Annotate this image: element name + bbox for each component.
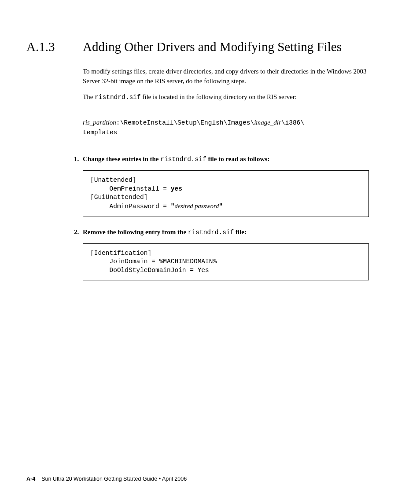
step-1: 1. Change these entries in the ristndrd.… <box>74 155 385 164</box>
page-number: A-4 <box>26 476 35 482</box>
footer-text: Sun Ultra 20 Workstation Getting Started… <box>41 476 187 482</box>
filename: ristndrd.sif <box>160 156 206 163</box>
filename: ristndrd.sif <box>188 229 234 236</box>
step-2: 2. Remove the following entry from the r… <box>74 228 385 237</box>
step-number: 2. <box>74 228 83 237</box>
path-line: ris_partition:\RemoteInstall\Setup\Engls… <box>83 108 385 147</box>
code-block-1: [Unattended] OemPreinstall = yes [GuiUna… <box>83 170 369 217</box>
section-number: A.1.3 <box>26 39 83 55</box>
section-title: Adding Other Drivers and Modifying Setti… <box>83 39 342 55</box>
step-text: Remove the following entry from the rist… <box>83 228 247 237</box>
page-footer: A-4Sun Ultra 20 Workstation Getting Star… <box>26 475 187 483</box>
step-text: Change these entries in the ristndrd.sif… <box>83 155 269 164</box>
section-heading: A.1.3 Adding Other Drivers and Modifying… <box>26 39 385 55</box>
filename: ristndrd.sif <box>95 94 140 101</box>
code-block-2: [Identification] JoinDomain = %MACHINEDO… <box>83 243 369 281</box>
intro-paragraph-1: To modify settings files, create driver … <box>83 67 385 86</box>
step-number: 1. <box>74 155 83 164</box>
intro-paragraph-2: The ristndrd.sif file is located in the … <box>83 92 385 102</box>
